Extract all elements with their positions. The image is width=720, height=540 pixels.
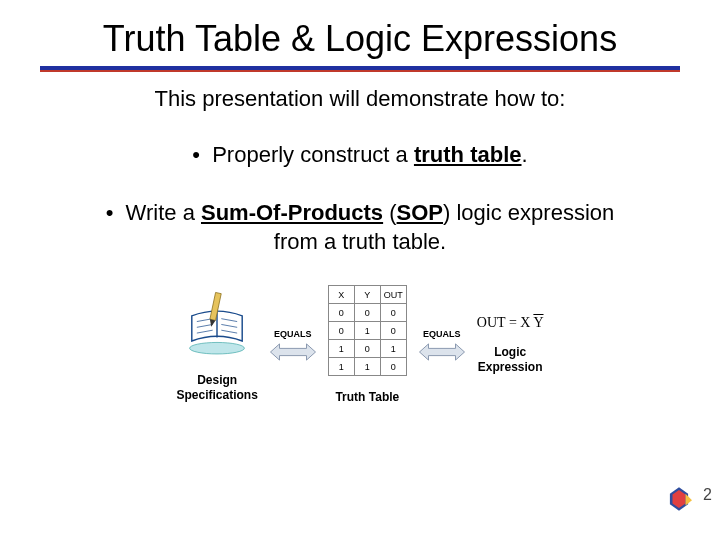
bullet-1: • Properly construct a truth table. [90,140,630,170]
cell: 1 [328,340,354,358]
svg-marker-10 [270,344,315,360]
bullet-marker: • [106,200,114,225]
bullet-2-term: Sum-Of-Products [201,200,383,225]
expr-ybar: Y [533,315,543,330]
title-divider [40,66,680,72]
equals-arrow-left: EQUALS [270,329,316,361]
logic-caption: Logic Expression [478,345,543,374]
truth-table: X Y OUT 0 0 0 0 1 0 1 0 [328,285,407,376]
cell: 0 [354,304,380,322]
equals-arrow-right: EQUALS [419,329,465,361]
logic-expression: OUT = X Y [477,315,544,331]
col-header-out: OUT [380,286,406,304]
bullet-1-prefix: Properly construct a [212,142,414,167]
equals-label-right: EQUALS [423,329,461,339]
book-pencil-icon [181,287,253,359]
bullet-1-suffix: . [522,142,528,167]
truth-table-column: X Y OUT 0 0 0 0 1 0 1 0 [328,285,407,404]
cell: 1 [354,358,380,376]
bullet-1-term: truth table [414,142,522,167]
equals-label-left: EQUALS [274,329,312,339]
design-spec-column: Design Specifications [176,287,257,402]
svg-marker-14 [686,494,693,506]
table-row: 0 0 0 [328,304,406,322]
expr-eq: = [505,315,520,330]
bullet-2: • Write a Sum-Of-Products (SOP) logic ex… [90,198,630,257]
svg-marker-11 [419,344,464,360]
cell: 0 [380,358,406,376]
bullet-list: • Properly construct a truth table. • Wr… [90,140,630,257]
bullet-marker: • [192,142,200,167]
intro-text: This presentation will demonstrate how t… [0,86,720,112]
expr-x: X [520,315,533,330]
page-number: 2 [703,486,712,504]
cell: 0 [380,304,406,322]
cell: 0 [328,304,354,322]
bullet-2-prefix: Write a [126,200,201,225]
logic-expression-column: OUT = X Y Logic Expression [477,315,544,374]
diagram-row: Design Specifications EQUALS X Y OUT 0 0… [0,285,720,404]
table-row: 0 1 0 [328,322,406,340]
expr-lhs: OUT [477,315,506,330]
table-header-row: X Y OUT [328,286,406,304]
truth-caption: Truth Table [335,390,399,404]
cell: 1 [328,358,354,376]
bullet-2-abbr: SOP [397,200,443,225]
table-row: 1 1 0 [328,358,406,376]
slide-logo-icon [666,486,692,512]
col-header-x: X [328,286,354,304]
bullet-2-paren-close: ) [443,200,456,225]
cell: 1 [354,322,380,340]
bullet-2-paren-open: ( [383,200,396,225]
cell: 0 [380,322,406,340]
double-arrow-icon [270,343,316,361]
cell: 0 [328,322,354,340]
design-caption: Design Specifications [176,373,257,402]
double-arrow-icon [419,343,465,361]
table-row: 1 0 1 [328,340,406,358]
slide-title: Truth Table & Logic Expressions [0,0,720,66]
col-header-y: Y [354,286,380,304]
svg-point-0 [190,343,245,355]
cell: 1 [380,340,406,358]
cell: 0 [354,340,380,358]
